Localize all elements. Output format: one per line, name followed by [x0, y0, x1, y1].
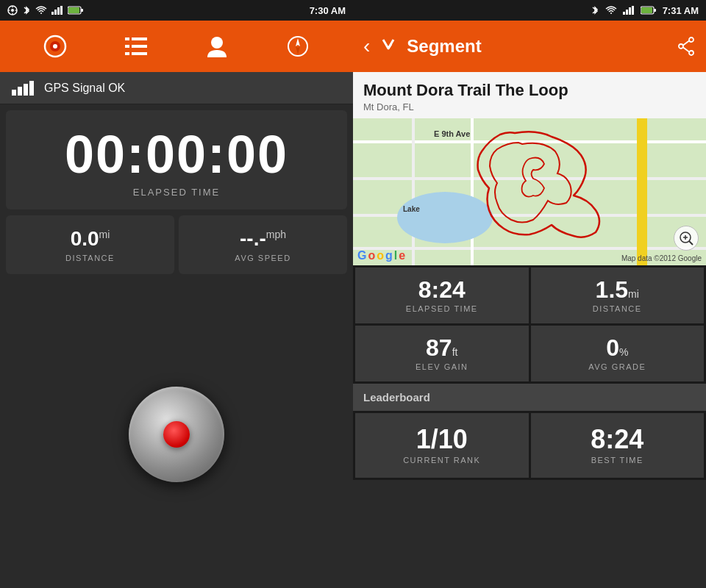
svg-rect-27: [626, 10, 628, 15]
svg-rect-28: [629, 7, 631, 15]
avg-speed-value: --.-mph: [240, 227, 286, 251]
svg-rect-11: [81, 9, 83, 12]
distance-value: 0.0mi: [71, 227, 110, 251]
svg-marker-25: [296, 46, 300, 54]
bluetooth-icon-left: [22, 5, 31, 15]
svg-point-15: [53, 44, 57, 49]
leaderboard-section-header: Leaderboard: [353, 384, 706, 411]
svg-rect-29: [632, 6, 634, 15]
left-panel: 7:30 AM: [0, 0, 353, 588]
strava-logo: [377, 35, 399, 57]
compass-tab-icon[interactable]: [283, 32, 313, 61]
avg-grade-label: AVG GRADE: [588, 362, 646, 371]
segment-location: Mt Dora, FL: [363, 101, 696, 112]
avg-speed-stat-box: --.-mph AVG SPEED: [179, 215, 347, 274]
current-rank-label: CURRENT RANK: [403, 456, 480, 465]
map-copyright-text: Map data ©2012 Google: [621, 254, 702, 262]
list-icon: [125, 37, 147, 55]
leaderboard-title: Leaderboard: [363, 391, 430, 404]
gps-bar-1: [12, 90, 16, 96]
svg-point-33: [689, 37, 693, 42]
elapsed-time-value: 8:24: [418, 278, 466, 301]
timer-display: 00:00:00: [65, 128, 288, 181]
status-icons-left: [7, 5, 84, 15]
avg-speed-label: AVG SPEED: [235, 254, 290, 262]
segment-header-title: Segment: [407, 36, 669, 57]
gps-bar-3: [24, 84, 28, 96]
profile-tab-icon[interactable]: [202, 32, 232, 61]
signal-icon-right: [623, 6, 635, 15]
list-tab-icon[interactable]: [121, 32, 151, 61]
elev-gain-box: 87ft ELEV GAIN: [355, 326, 529, 381]
svg-rect-32: [641, 7, 652, 13]
best-time-value: 8:24: [591, 426, 643, 453]
map-container[interactable]: E 9th Ave Lake G o o g l e Map data ©201…: [353, 118, 706, 265]
wifi-icon-left: [35, 6, 47, 15]
stats-row: 0.0mi DISTANCE --.-mph AVG SPEED: [6, 215, 347, 274]
svg-rect-20: [125, 52, 129, 55]
elev-gain-value: 87ft: [426, 336, 457, 359]
profile-icon: [207, 35, 227, 57]
gps-icon: [7, 5, 18, 15]
battery-icon-left: [68, 6, 84, 15]
avg-grade-box: 0% AVG GRADE: [531, 326, 705, 381]
gps-bar-2: [18, 87, 22, 96]
svg-point-35: [689, 51, 693, 55]
svg-rect-21: [132, 52, 147, 55]
gps-status-text: GPS Signal OK: [44, 82, 125, 95]
svg-line-39: [689, 241, 693, 245]
leaderboard-stats-grid: 1/10 CURRENT RANK 8:24 BEST TIME: [353, 411, 706, 480]
svg-point-22: [211, 37, 223, 49]
svg-rect-19: [132, 45, 147, 48]
time-right: 7:31 AM: [663, 5, 699, 16]
record-tab-icon[interactable]: [40, 32, 70, 61]
best-time-box: 8:24 BEST TIME: [531, 413, 705, 478]
status-bar-left: 7:30 AM: [0, 0, 353, 21]
seg-distance-value: 1.5mi: [596, 278, 639, 301]
battery-icon-right: [641, 6, 657, 15]
header-right: ‹ Segment: [353, 21, 706, 72]
elev-gain-label: ELEV GAIN: [416, 362, 468, 371]
google-logo: G o o g l e: [357, 249, 405, 262]
gps-signal-bars: [12, 81, 34, 96]
status-bar-right: 7:31 AM: [353, 0, 706, 21]
svg-rect-17: [132, 37, 147, 40]
timer-label: ELAPSED TIME: [133, 187, 220, 198]
svg-rect-6: [51, 12, 54, 15]
svg-rect-8: [57, 7, 60, 15]
distance-label: DISTANCE: [65, 254, 115, 262]
svg-point-34: [679, 44, 683, 49]
current-rank-box: 1/10 CURRENT RANK: [355, 413, 529, 478]
share-icon[interactable]: [677, 37, 696, 56]
signal-icon-left: [51, 6, 63, 15]
gps-bar-4: [29, 81, 34, 96]
back-button[interactable]: ‹: [363, 35, 370, 58]
compass-icon: [287, 35, 309, 57]
current-rank-value: 1/10: [416, 426, 468, 453]
timer-section: 00:00:00 ELAPSED TIME: [6, 110, 347, 209]
record-area: [0, 280, 353, 588]
elapsed-time-box: 8:24 ELAPSED TIME: [355, 268, 529, 323]
bluetooth-icon-right: [591, 5, 599, 15]
time-left: 7:30 AM: [310, 5, 346, 16]
seg-distance-box: 1.5mi DISTANCE: [531, 268, 705, 323]
map-background: E 9th Ave Lake G o o g l e Map data ©201…: [353, 118, 706, 265]
trail-svg: [353, 118, 706, 265]
best-time-label: BEST TIME: [591, 456, 643, 465]
record-icon: [42, 33, 68, 60]
svg-rect-7: [54, 10, 57, 15]
svg-rect-31: [654, 9, 656, 12]
svg-rect-16: [125, 37, 129, 40]
svg-rect-12: [68, 7, 79, 13]
segment-name: Mount Dora Trail The Loop: [363, 81, 696, 100]
distance-stat-box: 0.0mi DISTANCE: [6, 215, 174, 274]
svg-rect-26: [623, 12, 625, 15]
record-button[interactable]: [129, 387, 224, 482]
seg-distance-label: DISTANCE: [593, 304, 642, 313]
segment-info: Mount Dora Trail The Loop Mt Dora, FL: [353, 72, 706, 118]
svg-rect-9: [60, 6, 63, 15]
svg-point-1: [11, 9, 14, 12]
avg-grade-value: 0%: [606, 336, 628, 359]
elapsed-time-label: ELAPSED TIME: [406, 304, 478, 313]
gps-bar: GPS Signal OK: [0, 72, 353, 104]
